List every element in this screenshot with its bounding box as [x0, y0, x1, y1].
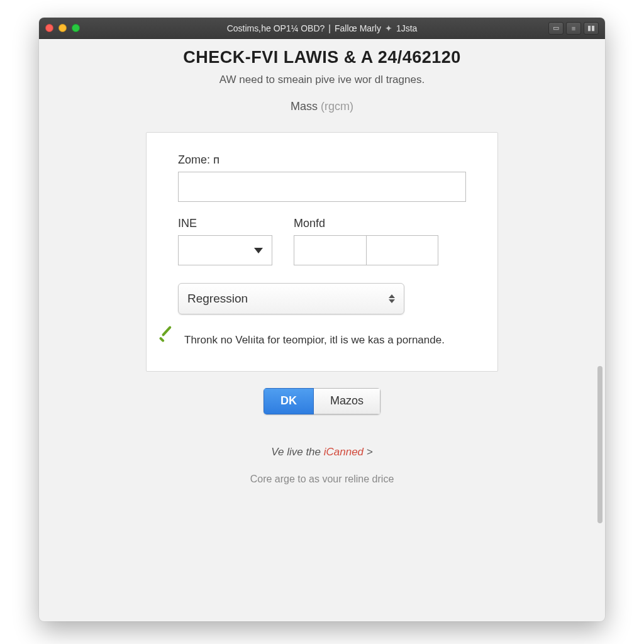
ine-label: INE: [178, 217, 272, 230]
mazos-button-label: Mazos: [330, 394, 364, 408]
page-title: CHECK-FVI LAWIS & A 24/462120: [39, 48, 605, 67]
footer-subtext: Core arge to as vour reline drice: [39, 474, 605, 485]
gear-icon: ✦: [385, 23, 392, 33]
title-divider: |: [328, 23, 331, 33]
regression-select[interactable]: Regression: [178, 283, 404, 314]
check-icon: [157, 333, 175, 347]
zome-label: Zome: ᴨ: [178, 153, 466, 167]
validation-note-text: Thronk no Velıita for teompior, itl is w…: [184, 332, 445, 348]
row-ine-monfd: INE Monfd: [178, 217, 466, 265]
window-title-suffix: 1Jsta: [396, 23, 417, 33]
window-title-right: Fallœ Marly: [335, 23, 381, 33]
ok-button[interactable]: DK: [264, 388, 314, 414]
monfd-input-right[interactable]: [367, 236, 438, 265]
footer-link[interactable]: Ve live the iCanned >: [39, 446, 605, 458]
stepper-icon: [389, 294, 395, 303]
titlebar: Costimsˌhe OP1¼ OBD? | Fallœ Marly ✦ 1Js…: [39, 18, 605, 39]
mass-label: Mass: [291, 100, 318, 113]
scrollbar-thumb[interactable]: [597, 366, 602, 523]
button-row: DK Mazos: [39, 388, 605, 414]
monfd-input-left[interactable]: [294, 236, 367, 265]
chevron-down-icon: [254, 248, 263, 253]
mass-label-row: Mass (rgcm): [39, 100, 605, 113]
chevron-up-icon: [389, 294, 395, 298]
chevron-down-icon: [389, 299, 395, 303]
app-window: Costimsˌhe OP1¼ OBD? | Fallœ Marly ✦ 1Js…: [39, 18, 605, 621]
monfd-input[interactable]: [294, 235, 438, 265]
window-title-left: Costimsˌhe OP1¼ OBD?: [227, 23, 325, 33]
button-group: DK Mazos: [264, 388, 380, 414]
window-title: Costimsˌhe OP1¼ OBD? | Fallœ Marly ✦ 1Js…: [39, 23, 605, 33]
mazos-button[interactable]: Mazos: [314, 388, 380, 414]
validation-note: Thronk no Velıita for teompior, itl is w…: [157, 332, 466, 348]
footer-link-em: iCanned: [324, 446, 364, 458]
footer-link-post: >: [364, 446, 373, 458]
ine-select[interactable]: [178, 235, 272, 265]
ok-button-label: DK: [280, 394, 297, 408]
footer-link-pre: Ve live the: [271, 446, 323, 458]
content-area: CHECK-FVI LAWIS & A 24/462120 AW need to…: [39, 39, 605, 621]
form-card: Zome: ᴨ INE Monfd Regre: [146, 132, 498, 372]
zome-input[interactable]: [178, 172, 466, 202]
monfd-label: Monfd: [294, 217, 466, 230]
mass-unit: (rgcm): [321, 100, 353, 113]
regression-selected-label: Regression: [187, 292, 248, 306]
page-subtitle: AW need to smeain pive ive wor dl tragne…: [39, 74, 605, 86]
